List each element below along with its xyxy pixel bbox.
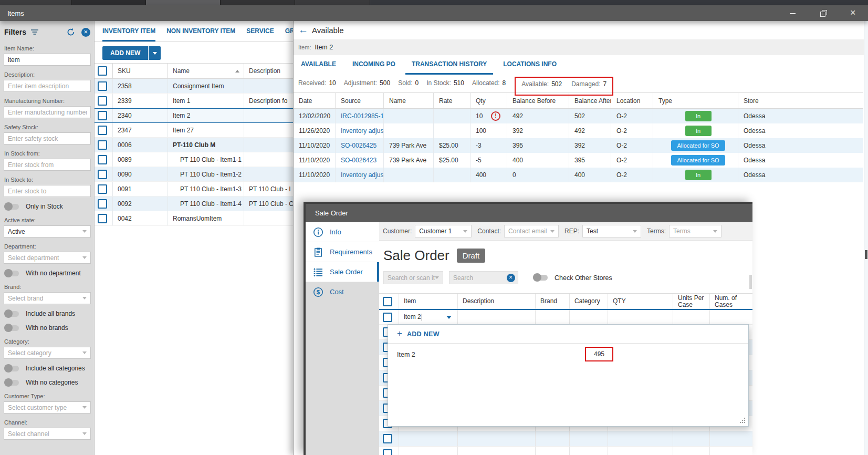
filter-customer-type-select[interactable]: Select customer type <box>4 401 91 413</box>
column-header-item[interactable]: Item <box>399 294 458 309</box>
column-header-num-of-cases[interactable]: Num. of Cases <box>710 294 752 309</box>
checkbox-icon[interactable] <box>98 81 107 91</box>
checkbox-icon[interactable] <box>98 184 107 194</box>
chevron-down-icon[interactable] <box>446 316 452 319</box>
checkbox-icon[interactable] <box>383 449 392 455</box>
table-scrollbar-thumb[interactable] <box>749 275 752 289</box>
checkbox-icon[interactable] <box>98 140 107 150</box>
checkbox-icon[interactable] <box>383 313 392 322</box>
tab-gr[interactable]: GR <box>285 21 293 42</box>
tab-locations-info[interactable]: LOCATIONS INFO <box>497 55 563 75</box>
checkbox-icon[interactable] <box>98 155 107 164</box>
item-search-cell[interactable]: item 2 <box>399 310 458 324</box>
transaction-row[interactable]: 11/10/2020SO-0026423739 Park Ave$25.00-5… <box>294 153 863 168</box>
toggle-off-icon[interactable] <box>4 380 19 386</box>
tab-transaction-history[interactable]: TRANSACTION HISTORY <box>405 55 493 75</box>
transaction-row[interactable]: 11/10/2020Inventory adjus...4000400O-2In… <box>294 168 863 182</box>
resize-grip-icon[interactable] <box>739 417 746 423</box>
search-mode-select[interactable]: Search or scan item <box>383 271 443 284</box>
dropdown-option[interactable]: Item 2495 <box>388 344 748 366</box>
toggle-off-icon[interactable] <box>4 204 19 210</box>
table-row[interactable]: 0091PT 110 Club - Item1-3PT 110 Club - I <box>95 182 293 197</box>
source-link[interactable]: Inventory adjus... <box>341 171 384 179</box>
tab-inventory-item[interactable]: INVENTORY ITEM <box>102 21 155 42</box>
checkbox-icon[interactable] <box>383 297 392 306</box>
column-header-qty[interactable]: QTY <box>608 294 673 309</box>
column-header-name[interactable]: Name <box>168 64 244 78</box>
column-header-units-per-case[interactable]: Units Per Case <box>673 294 710 309</box>
checkbox-icon[interactable] <box>98 214 107 223</box>
close-filters-icon[interactable] <box>81 28 90 37</box>
checkbox-icon[interactable] <box>98 111 107 120</box>
refresh-icon[interactable] <box>66 27 76 37</box>
checkbox-icon[interactable] <box>98 126 107 135</box>
source-link[interactable]: IRC-0012985-1 <box>341 112 384 120</box>
checkbox-icon[interactable] <box>383 434 392 443</box>
filter-channel-select[interactable]: Select channel <box>4 428 91 440</box>
tab-non-inventory-item[interactable]: NON INVENTORY ITEM <box>166 21 235 42</box>
table-row[interactable]: 0006PT-110 Club M <box>95 138 293 152</box>
back-arrow-icon[interactable] <box>298 24 312 36</box>
search-input[interactable]: Search <box>449 271 518 284</box>
filter-safety-stock-input[interactable]: Enter safety stock <box>4 132 91 144</box>
transaction-row[interactable]: 11/26/2020Inventory adjus...100392492O-2… <box>294 123 863 138</box>
checkbox-icon[interactable] <box>98 96 107 106</box>
tab-incoming-po[interactable]: INCOMING PO <box>346 55 402 75</box>
column-header-category[interactable]: Category <box>570 294 608 309</box>
terms-select[interactable]: Terms <box>669 225 721 237</box>
add-new-dropdown-button[interactable] <box>149 46 161 60</box>
nav-info[interactable]: Info <box>306 222 379 242</box>
transaction-row[interactable]: 12/02/2020IRC-0012985-110492502O-2InOdes… <box>294 109 863 123</box>
table-row[interactable]: 0092PT 110 Club - Item1-4PT 110 Club - C <box>95 197 293 211</box>
nav-sale-order[interactable]: Sale Order <box>306 262 379 282</box>
table-row[interactable]: 0089PT 110 Club - Item1-1 <box>95 152 293 167</box>
nav-requirements[interactable]: Requirements <box>306 242 379 262</box>
table-row[interactable]: 0042RomansUomItem <box>95 211 293 226</box>
table-row[interactable]: 2347Item 27 <box>95 123 293 138</box>
filter-active-state-select[interactable]: Active <box>4 225 91 237</box>
column-header-description[interactable]: Description <box>244 64 293 78</box>
table-row[interactable]: 2339Item 1Description fo <box>95 94 293 108</box>
filter-item-name-input[interactable]: item <box>4 54 91 66</box>
checkbox-icon[interactable] <box>98 66 107 76</box>
toggle-off-icon[interactable] <box>4 366 19 371</box>
source-link[interactable]: SO-0026425 <box>341 142 377 149</box>
toggle-off-icon[interactable] <box>4 311 19 317</box>
toggle-off-icon[interactable] <box>4 325 19 331</box>
filter-in-stock-to-input[interactable]: Enter stock to <box>4 185 91 197</box>
cell-sku: 2347 <box>113 123 168 137</box>
table-row[interactable]: 2358Consignment Item <box>95 79 293 94</box>
filter-department-select[interactable]: Select department <box>4 252 91 264</box>
minimize-button[interactable] <box>789 9 797 17</box>
filter-brand-select[interactable]: Select brand <box>4 292 91 304</box>
nav-cost[interactable]: $Cost <box>306 282 379 302</box>
dropdown-add-new[interactable]: ADD NEW <box>388 325 748 344</box>
vertical-scrollbar[interactable] <box>864 21 868 455</box>
column-header-description[interactable]: Description <box>458 294 536 309</box>
scrollbar-thumb[interactable] <box>865 250 867 259</box>
customer-select[interactable]: Customer 1 <box>415 225 472 237</box>
checkbox-icon[interactable] <box>98 170 107 179</box>
column-header-sku[interactable]: SKU <box>113 64 168 78</box>
column-header-brand[interactable]: Brand <box>536 294 570 309</box>
tab-available[interactable]: AVAILABLE <box>295 55 342 75</box>
rep-select[interactable]: Test <box>582 225 641 237</box>
add-new-button[interactable]: ADD NEW <box>102 46 148 60</box>
filter-category-select[interactable]: Select category <box>4 347 91 359</box>
table-row[interactable]: 0090PT 110 Club - Item1-2 <box>95 167 293 182</box>
filter-description-input[interactable]: Enter item description <box>4 80 91 92</box>
close-button[interactable] <box>850 9 857 17</box>
source-link[interactable]: SO-0026423 <box>341 157 377 164</box>
restore-button[interactable] <box>820 9 827 17</box>
contact-select[interactable]: Contact email <box>504 225 559 237</box>
check-other-stores-toggle[interactable] <box>533 275 548 281</box>
transaction-row[interactable]: 11/10/2020SO-0026425739 Park Ave$25.00-3… <box>294 138 863 153</box>
tab-service[interactable]: SERVICE <box>246 21 274 42</box>
clear-search-icon[interactable] <box>507 274 515 282</box>
filter-in-stock-from-input[interactable]: Enter stock from <box>4 159 91 171</box>
checkbox-icon[interactable] <box>98 199 107 209</box>
source-link[interactable]: Inventory adjus... <box>341 127 384 135</box>
table-row[interactable]: 2340Item 2 <box>95 108 293 123</box>
toggle-off-icon[interactable] <box>4 271 19 276</box>
filter-manufacturing-number-input[interactable]: Enter manufacturing number <box>4 106 91 118</box>
